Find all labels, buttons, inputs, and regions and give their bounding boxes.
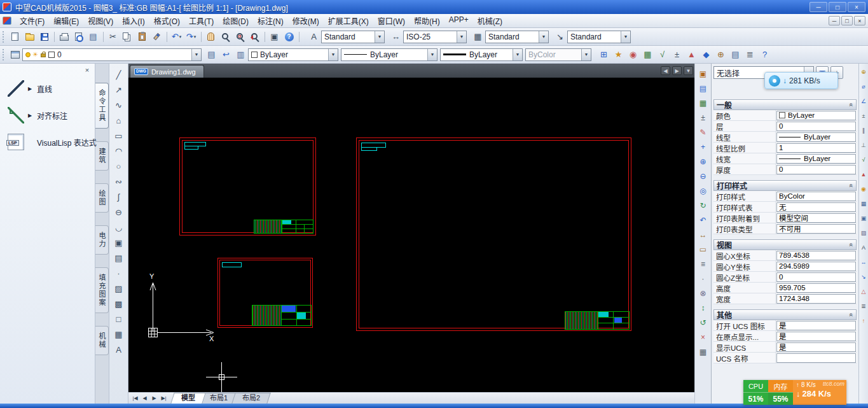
markup-icon[interactable]: ✎ xyxy=(697,126,710,139)
dim-style-combo[interactable]: ISO-25 ▼ xyxy=(403,31,467,43)
menu-item[interactable]: 格式(O) xyxy=(149,14,184,27)
measure-area-icon[interactable]: ▭ xyxy=(697,243,710,256)
tolerance-button[interactable]: ± xyxy=(670,48,684,62)
layout-tab[interactable]: 布局2 xyxy=(231,393,271,404)
title-bar[interactable]: 中望CAD机械版2015 - 图幅3_ 标准:GB 图幅:A1-[ 绘图比例 1… xyxy=(0,0,868,14)
dropdown-arrow-icon[interactable]: ▼ xyxy=(375,31,384,43)
match-properties-button[interactable] xyxy=(149,30,164,44)
paste-button[interactable] xyxy=(135,30,149,44)
dropdown-arrow-icon[interactable]: ▼ xyxy=(457,31,466,43)
text-style-button[interactable]: A xyxy=(307,30,321,44)
lineweight-combo[interactable]: ByLayer ▼ xyxy=(440,48,523,61)
table-style-combo[interactable]: Standard ▼ xyxy=(485,31,549,43)
undo-button[interactable]: ↶ xyxy=(169,30,184,44)
xref-icon[interactable]: ⊗ xyxy=(697,287,710,300)
bom-icon[interactable]: ▦ xyxy=(860,198,868,209)
scroll-up-icon[interactable]: ↑ xyxy=(860,315,868,326)
palette-tab[interactable]: 电力 xyxy=(95,225,109,255)
property-value[interactable] xyxy=(776,353,856,363)
property-row[interactable]: 圆心X坐标 789.4538 xyxy=(713,250,857,261)
property-row[interactable]: 打印表类型 不可用 xyxy=(713,223,857,234)
menu-item[interactable]: 扩展工具(X) xyxy=(324,14,373,27)
section-header[interactable]: 一般 « xyxy=(713,99,857,110)
layout-nav-button[interactable]: ▶| xyxy=(159,395,169,401)
properties-palette-icon[interactable]: ▣ xyxy=(697,67,710,80)
hatch-tool[interactable]: ▨ xyxy=(111,281,127,296)
move-icon[interactable]: ↕ xyxy=(697,302,710,314)
centerline-icon[interactable]: ⊕ xyxy=(860,66,868,77)
property-row[interactable]: 宽度 1724.348 xyxy=(713,293,857,304)
zoom-extents-icon[interactable]: ◎ xyxy=(697,185,710,197)
hatch-icon[interactable]: ▨ xyxy=(860,227,868,238)
mleader-style-button[interactable]: ↘ xyxy=(553,30,567,44)
arc-tool[interactable]: ◠ xyxy=(111,143,127,158)
mech-options-button[interactable]: ⊞ xyxy=(596,48,611,62)
insert-block-tool[interactable]: ▣ xyxy=(111,235,127,250)
property-value[interactable]: 0 xyxy=(776,272,856,282)
point-tool[interactable]: ∙ xyxy=(111,265,127,281)
property-row[interactable]: 线型比例 1 xyxy=(713,143,857,153)
plotstyle-combo[interactable]: ByColor ▼ xyxy=(525,48,591,61)
palette-tab[interactable]: 填充图案 xyxy=(95,267,109,313)
parts-list-button[interactable]: ≣ xyxy=(743,48,757,62)
new-button[interactable] xyxy=(8,30,22,44)
layer-combo[interactable]: ☀ 0 ▼ xyxy=(22,48,202,61)
section-header[interactable]: 其他 « xyxy=(713,309,857,320)
property-value[interactable]: 1 xyxy=(776,143,856,153)
bom-table-button[interactable]: ▦ xyxy=(640,48,655,62)
balloon-icon[interactable]: ◉ xyxy=(860,183,868,194)
collapse-icon[interactable]: « xyxy=(848,243,855,247)
property-value[interactable]: ByLayer xyxy=(776,111,856,120)
child-window-button[interactable]: □ xyxy=(841,16,853,25)
grid-icon[interactable]: ▦ xyxy=(697,346,710,358)
text-style-combo[interactable]: Standard ▼ xyxy=(321,31,385,43)
orbit-icon[interactable]: ↻ xyxy=(697,199,710,212)
property-row[interactable]: 打印表附着到 模型空间 xyxy=(713,213,857,223)
dropdown-arrow-icon[interactable]: ▼ xyxy=(539,31,548,43)
menu-item[interactable]: 视图(V) xyxy=(83,14,118,27)
system-monitor-overlay[interactable]: CPU 51% 内存 55% ttc8.com ↑ 8 K/s ↓ 284 K/… xyxy=(743,380,846,405)
minimize-button[interactable]: ─ xyxy=(809,2,827,12)
dropdown-arrow-icon[interactable]: ▼ xyxy=(621,31,630,43)
property-row[interactable]: 圆心Z坐标 0 xyxy=(713,272,857,283)
palette-tool[interactable]: LSP VisualLisp 表达式 xyxy=(0,129,95,155)
measure-distance-icon[interactable]: ↔ xyxy=(697,229,710,241)
region-tool[interactable]: □ xyxy=(111,311,127,327)
property-row[interactable]: 线宽 ByLayer xyxy=(713,153,857,164)
leader-icon[interactable]: ↘ xyxy=(860,271,868,282)
design-center-icon[interactable]: ▦ xyxy=(697,97,710,109)
property-value[interactable]: 1724.348 xyxy=(776,294,856,304)
menu-item[interactable]: 修改(M) xyxy=(288,14,324,27)
close-button[interactable]: × xyxy=(848,2,865,12)
dropdown-arrow-icon[interactable]: ▼ xyxy=(191,49,201,60)
palette-tab[interactable]: 建筑 xyxy=(95,141,109,171)
properties-button[interactable]: ▣ xyxy=(267,30,282,44)
toolbar-grip[interactable] xyxy=(3,49,5,60)
layer-list-icon[interactable]: ≣ xyxy=(860,300,868,311)
property-value[interactable]: 不可用 xyxy=(776,224,856,234)
color-combo[interactable]: ByLayer ▼ xyxy=(248,48,338,61)
ellipse-tool[interactable]: ⊖ xyxy=(111,204,127,220)
property-row[interactable]: 显示UCS 是 xyxy=(713,342,857,353)
layout-nav-button[interactable]: ▶ xyxy=(149,395,159,401)
palette-tab[interactable]: 命令工具 xyxy=(95,83,109,129)
property-value[interactable]: 789.4538 xyxy=(776,251,856,260)
rotate-icon[interactable]: ↺ xyxy=(697,316,710,329)
property-row[interactable]: 打印样式表 无 xyxy=(713,202,857,213)
download-speed-overlay[interactable]: ↓ 281 KB/s xyxy=(764,72,838,89)
table-style-button[interactable]: ▦ xyxy=(471,30,485,44)
surface-finish-icon[interactable]: √ xyxy=(860,154,868,165)
menu-item[interactable]: 帮助(H) xyxy=(410,14,444,27)
tab-scroll-button[interactable]: ▶ xyxy=(672,66,682,75)
dropdown-arrow-icon[interactable]: ▼ xyxy=(328,49,338,60)
property-value[interactable]: ByLayer xyxy=(776,132,856,142)
dropdown-arrow-icon[interactable]: ▼ xyxy=(581,49,591,60)
section-header[interactable]: 视图 « xyxy=(713,239,857,250)
text-icon[interactable]: A xyxy=(860,242,868,253)
property-value[interactable]: ByColor xyxy=(776,192,856,201)
menu-item[interactable]: 机械(Z) xyxy=(473,14,507,27)
perpendicular-icon[interactable]: ⊥ xyxy=(860,139,868,150)
zoom-previous-button[interactable] xyxy=(247,30,262,44)
help-button[interactable]: ? xyxy=(282,30,296,44)
child-window-button[interactable]: ─ xyxy=(829,16,840,25)
